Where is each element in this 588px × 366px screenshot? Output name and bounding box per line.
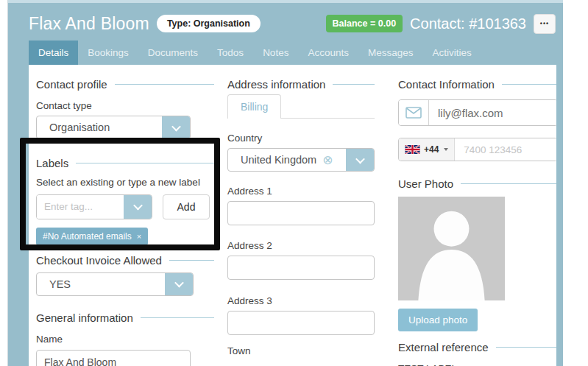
checkout-invoice-value: YES: [37, 273, 165, 295]
heading-text: Contact Information: [398, 78, 495, 91]
section-heading-address: Address information: [227, 78, 375, 91]
top-accent-strip: [8, 0, 563, 3]
heading-rule: [333, 84, 375, 85]
address1-label: Address 1: [227, 186, 375, 197]
name-label: Name: [36, 334, 214, 345]
chip-container: #No Automated emails ×: [36, 219, 214, 245]
contact-type-value: Organisation: [37, 116, 162, 138]
tab-messages[interactable]: Messages: [358, 41, 423, 65]
email-icon: [399, 100, 429, 125]
add-tag-button[interactable]: Add: [163, 194, 210, 219]
address1-input[interactable]: [227, 201, 375, 225]
contact-ref: Contact: #101363: [410, 15, 526, 32]
address2-label: Address 2: [227, 240, 375, 251]
address2-input[interactable]: [227, 256, 375, 280]
clear-country-icon[interactable]: ⊗: [322, 154, 333, 166]
tab-billing[interactable]: Billing: [227, 94, 281, 119]
balance-badge: Balance = 0.00: [326, 15, 403, 32]
name-input[interactable]: [36, 350, 191, 366]
chip-remove-icon[interactable]: ×: [137, 232, 141, 241]
tab-activities[interactable]: Activities: [422, 41, 481, 65]
column-address: Address information Billing Country Unit…: [227, 65, 375, 356]
column-contact-info: Contact Information: [398, 65, 556, 366]
email-input[interactable]: [429, 100, 556, 125]
tab-bookings[interactable]: Bookings: [78, 41, 138, 65]
uk-flag-icon: [405, 145, 420, 154]
tag-input[interactable]: [37, 195, 124, 219]
chevron-down-icon[interactable]: [162, 116, 190, 138]
user-photo-placeholder: [398, 197, 505, 300]
page: Flax And Bloom Type: Organisation Balanc…: [0, 0, 588, 366]
more-actions-button[interactable]: •••: [534, 14, 556, 34]
contact-type-select[interactable]: Organisation: [36, 116, 191, 139]
section-heading-contact-info: Contact Information: [398, 78, 556, 91]
tag-select: [36, 194, 152, 219]
address3-input[interactable]: [227, 311, 375, 335]
contact-type-label: Contact type: [36, 100, 214, 111]
section-heading-external-ref: External reference: [398, 341, 556, 353]
chip-text: #No Automated emails: [43, 231, 132, 242]
tab-notes[interactable]: Notes: [253, 41, 298, 65]
heading-text: Address information: [227, 78, 325, 91]
country-select[interactable]: United Kingdom ⊗: [227, 148, 375, 172]
header-right: Balance = 0.00 Contact: #101363 •••: [326, 14, 556, 34]
page-title: Flax And Bloom: [29, 14, 149, 34]
labels-help-text: Select an existing or type a new label: [36, 175, 205, 190]
heading-text: Contact profile: [36, 78, 107, 91]
section-heading-general: General information: [36, 312, 214, 324]
section-heading-user-photo: User Photo: [398, 177, 556, 190]
upload-photo-button[interactable]: Upload photo: [398, 309, 478, 331]
type-pill: Type: Organisation: [157, 15, 261, 32]
heading-rule: [502, 84, 556, 85]
town-label: Town: [227, 345, 375, 356]
section-heading-checkout: Checkout Invoice Allowed: [36, 254, 214, 267]
heading-text: General information: [36, 312, 133, 324]
heading-rule: [76, 163, 214, 163]
heading-rule: [496, 347, 556, 348]
column-contact-profile: Contact profile Contact type Organisatio…: [36, 65, 214, 366]
tab-accounts[interactable]: Accounts: [298, 41, 358, 65]
details-content: Contact profile Contact type Organisatio…: [29, 65, 556, 366]
caret-down-icon: [444, 148, 448, 151]
tab-todos[interactable]: Todos: [208, 41, 253, 65]
address-tab-bar: Billing: [227, 94, 375, 119]
tab-documents[interactable]: Documents: [138, 41, 208, 65]
tab-bar: Details Bookings Documents Todos Notes A…: [29, 41, 481, 65]
external-ref-label: TEST LABEL: [398, 363, 556, 366]
phone-country-selector[interactable]: +44: [399, 138, 455, 161]
label-chip[interactable]: #No Automated emails ×: [36, 228, 148, 245]
tab-details[interactable]: Details: [29, 41, 78, 65]
chevron-down-icon[interactable]: [346, 149, 374, 171]
phone-group: +44: [398, 138, 556, 161]
tag-input-row: Add: [36, 194, 214, 219]
country-label: Country: [227, 133, 375, 144]
address3-label: Address 3: [227, 295, 375, 306]
dial-code: +44: [424, 144, 439, 155]
chevron-down-icon[interactable]: [124, 195, 152, 219]
checkout-invoice-select[interactable]: YES: [36, 272, 194, 296]
chevron-down-icon[interactable]: [165, 273, 193, 295]
heading-rule: [461, 183, 556, 184]
heading-rule: [115, 84, 214, 85]
email-group: [398, 99, 556, 126]
section-heading-labels: Labels: [36, 157, 214, 169]
heading-text: Labels: [36, 157, 68, 169]
heading-rule: [141, 317, 214, 318]
heading-text: User Photo: [398, 177, 453, 190]
person-silhouette-icon: [398, 197, 505, 300]
heading-text: Checkout Invoice Allowed: [36, 254, 162, 267]
app-panel: Flax And Bloom Type: Organisation Balanc…: [7, 0, 563, 366]
section-heading-contact-profile: Contact profile: [36, 78, 214, 91]
phone-input[interactable]: [455, 138, 556, 161]
header: Flax And Bloom Type: Organisation Balanc…: [29, 7, 556, 40]
heading-rule: [169, 260, 214, 261]
country-text: United Kingdom: [241, 154, 316, 166]
heading-text: External reference: [398, 341, 489, 353]
country-value: United Kingdom ⊗: [228, 149, 346, 171]
